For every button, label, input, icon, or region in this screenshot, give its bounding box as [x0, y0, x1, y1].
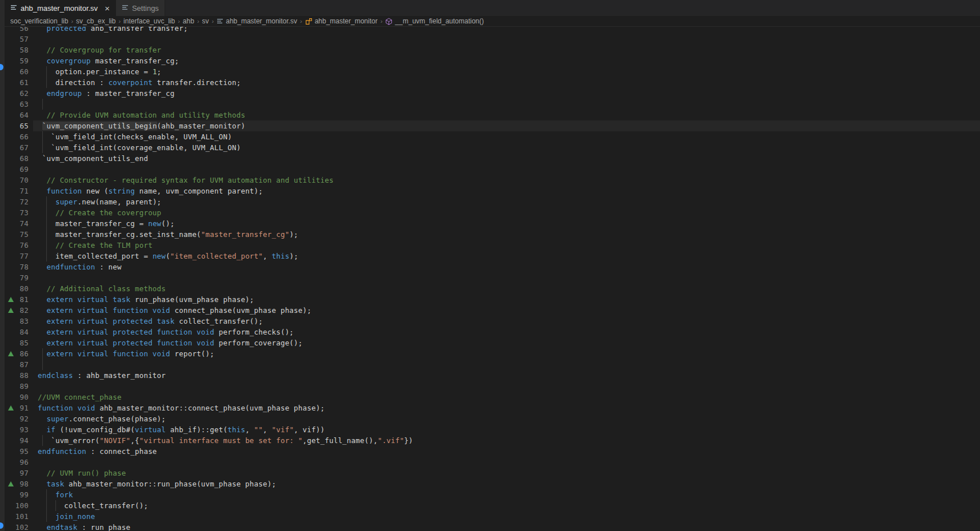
breadcrumb-item[interactable]: ahb — [183, 17, 194, 25]
code-line[interactable]: 87 — [5, 359, 980, 370]
tab-ahb-master-monitor-sv[interactable]: ahb_master_monitor.sv× — [5, 0, 116, 16]
code-line[interactable]: 63 — [5, 99, 980, 110]
code-line[interactable]: 86 extern virtual function void report()… — [5, 348, 980, 359]
indent-guide — [42, 142, 43, 153]
code-text: if (!uvm_config_db#(virtual ahb_if)::get… — [33, 424, 980, 435]
code-line[interactable]: 72 super.new(name, parent); — [5, 196, 980, 207]
code-text: `uvm_component_utils_begin(ahb_master_mo… — [33, 120, 980, 131]
code-line[interactable]: 67 `uvm_field_int(coverage_enable, UVM_A… — [5, 142, 980, 153]
breadcrumb-label: sv_cb_ex_lib — [76, 17, 115, 25]
breadcrumb-item[interactable]: ahb_master_monitor — [305, 17, 378, 25]
code-line[interactable]: 57 — [5, 34, 980, 45]
code-line[interactable]: 85 extern virtual protected function voi… — [5, 337, 980, 348]
line-number: 76 — [5, 240, 33, 251]
line-number: 67 — [5, 142, 33, 153]
code-line[interactable]: 82 extern virtual function void connect_… — [5, 305, 980, 316]
breadcrumb-item[interactable]: sv_cb_ex_lib — [76, 17, 115, 25]
breadcrumb-item[interactable]: __m_uvm_field_automation() — [385, 17, 483, 25]
indent-guide — [42, 435, 43, 446]
code-line[interactable]: 73 // Create the covergroup — [5, 207, 980, 218]
line-number: 90 — [5, 392, 33, 403]
breadcrumb-chevron-icon: › — [300, 18, 302, 25]
indent-guide — [46, 251, 47, 262]
code-line[interactable]: 68 `uvm_component_utils_end — [5, 153, 980, 164]
breadcrumb-chevron-icon: › — [212, 18, 214, 25]
code-line[interactable]: 101 join_none — [5, 511, 980, 522]
indent-guide — [46, 240, 47, 251]
code-line[interactable]: 61 direction : coverpoint transfer.direc… — [5, 77, 980, 88]
code-text: endfunction : new — [33, 262, 980, 272]
close-icon[interactable]: × — [105, 4, 110, 13]
editor-lines: 56 protected ahb_transfer transfer;5758 … — [5, 27, 980, 531]
tab-label: Settings — [132, 4, 159, 13]
code-line[interactable]: 88endclass : ahb_master_monitor — [5, 370, 980, 381]
code-line[interactable]: 69 — [5, 164, 980, 175]
code-line[interactable]: 64 // Provide UVM automation and utility… — [5, 110, 980, 120]
code-text — [33, 457, 980, 468]
code-line[interactable]: 94 `uvm_error("NOVIF",{"virtual interfac… — [5, 435, 980, 446]
breadcrumb-item[interactable]: interface_uvc_lib — [123, 17, 175, 25]
code-text: extern virtual protected task collect_tr… — [33, 316, 980, 327]
breadcrumb-item[interactable]: sv — [202, 17, 209, 25]
code-text: //UVM connect_phase — [33, 392, 980, 403]
code-line[interactable]: 102 endtask : run_phase — [5, 522, 980, 531]
code-line[interactable]: 71 function new (string name, uvm_compon… — [5, 186, 980, 196]
code-line[interactable]: 80 // Additional class methods — [5, 283, 980, 294]
code-text: `uvm_field_int(checks_enable, UVM_ALL_ON… — [33, 131, 980, 142]
line-number: 72 — [5, 196, 33, 207]
indent-guide — [42, 99, 43, 110]
code-line[interactable]: 70 // Constructor - required syntax for … — [5, 175, 980, 186]
gutter-marker-icon — [8, 351, 14, 356]
line-number: 95 — [5, 446, 33, 457]
line-number: 69 — [5, 164, 33, 175]
code-line[interactable]: 99 fork — [5, 489, 980, 500]
code-line[interactable]: 62 endgroup : master_transfer_cg — [5, 88, 980, 99]
code-line[interactable]: 81 extern virtual task run_phase(uvm_pha… — [5, 294, 980, 305]
code-text: extern virtual protected function void p… — [33, 337, 980, 348]
code-line[interactable]: 75 master_transfer_cg.set_inst_name("mas… — [5, 229, 980, 240]
indent-guide — [46, 66, 47, 77]
code-line[interactable]: 96 — [5, 457, 980, 468]
code-line[interactable]: 60 option.per_instance = 1; — [5, 66, 980, 77]
indent-guide — [46, 511, 47, 522]
line-number: 59 — [5, 55, 33, 66]
code-line[interactable]: 84 extern virtual protected function voi… — [5, 327, 980, 337]
code-line[interactable]: 97 // UVM run() phase — [5, 468, 980, 478]
gutter-marker-icon — [8, 481, 14, 486]
line-number: 86 — [5, 348, 33, 359]
code-line[interactable]: 59 covergroup master_transfer_cg; — [5, 55, 980, 66]
code-text — [33, 99, 980, 110]
code-line[interactable]: 58 // Covergroup for transfer — [5, 45, 980, 55]
line-number: 66 — [5, 131, 33, 142]
code-line[interactable]: 77 item_collected_port = new("item_colle… — [5, 251, 980, 262]
code-line[interactable]: 66 `uvm_field_int(checks_enable, UVM_ALL… — [5, 131, 980, 142]
code-line[interactable]: 89 — [5, 381, 980, 392]
code-line[interactable]: 92 super.connect_phase(phase); — [5, 413, 980, 424]
code-line[interactable]: 90//UVM connect_phase — [5, 392, 980, 403]
code-line[interactable]: 56 protected ahb_transfer transfer; — [5, 27, 980, 34]
code-line[interactable]: 78 endfunction : new — [5, 262, 980, 272]
breadcrumb-item[interactable]: ahb_master_monitor.sv — [217, 17, 297, 25]
code-line[interactable]: 83 extern virtual protected task collect… — [5, 316, 980, 327]
indent-guide — [46, 207, 47, 218]
code-text: `uvm_component_utils_end — [33, 153, 980, 164]
code-text: endfunction : connect_phase — [33, 446, 980, 457]
editor-pane[interactable]: 56 protected ahb_transfer transfer;5758 … — [5, 27, 980, 531]
code-line[interactable]: 98 task ahb_master_monitor::run_phase(uv… — [5, 478, 980, 489]
breadcrumb-chevron-icon: › — [381, 18, 383, 25]
code-line[interactable]: 74 master_transfer_cg = new(); — [5, 218, 980, 229]
breadcrumb-item[interactable]: soc_verification_lib — [10, 17, 68, 25]
code-line[interactable]: 95endfunction : connect_phase — [5, 446, 980, 457]
line-number: 68 — [5, 153, 33, 164]
line-number: 88 — [5, 370, 33, 381]
code-line[interactable]: 79 — [5, 272, 980, 283]
code-text: super.new(name, parent); — [33, 196, 980, 207]
line-number: 74 — [5, 218, 33, 229]
code-line[interactable]: 93 if (!uvm_config_db#(virtual ahb_if)::… — [5, 424, 980, 435]
tab-settings[interactable]: Settings — [116, 0, 165, 16]
tab-label: ahb_master_monitor.sv — [21, 4, 98, 13]
code-line[interactable]: 100 collect_transfer(); — [5, 500, 980, 511]
code-line[interactable]: 76 // Create the TLM port — [5, 240, 980, 251]
code-line[interactable]: 65 `uvm_component_utils_begin(ahb_master… — [5, 120, 980, 131]
code-line[interactable]: 91function void ahb_master_monitor::conn… — [5, 403, 980, 413]
